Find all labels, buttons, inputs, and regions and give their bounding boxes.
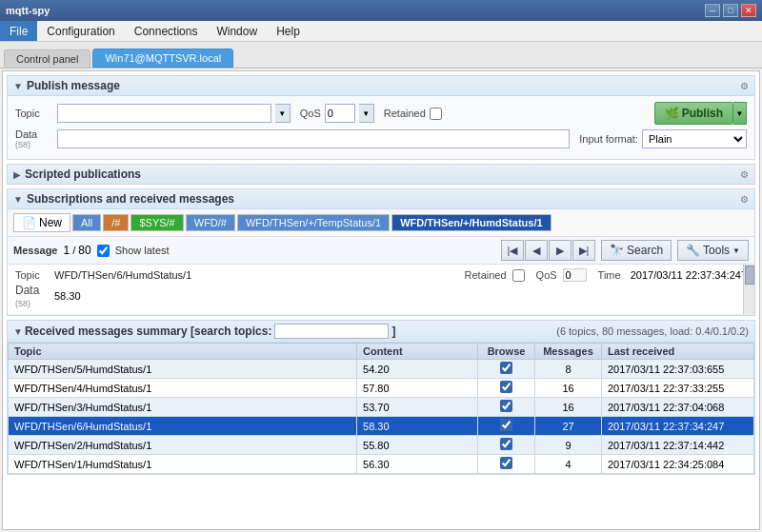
publish-section-header[interactable]: ▼ Publish message ⚙ bbox=[8, 76, 754, 96]
table-row[interactable]: WFD/THSen/6/HumdStatus/1 58.30 27 2017/0… bbox=[9, 417, 754, 436]
scrollbar-thumb[interactable] bbox=[745, 266, 754, 285]
browse-checkbox[interactable] bbox=[500, 438, 512, 450]
browse-checkbox[interactable] bbox=[500, 381, 512, 393]
publish-button[interactable]: 🌿 Publish bbox=[654, 102, 733, 125]
message-bar: Message 1 / 80 Show latest |◀ ◀ ▶ ▶| 🔭 S… bbox=[8, 237, 754, 265]
data-input[interactable] bbox=[57, 129, 570, 148]
table-row[interactable]: WFD/THSen/4/HumdStatus/1 57.80 16 2017/0… bbox=[9, 379, 754, 398]
table-row[interactable]: WFD/THSen/3/HumdStatus/1 53.70 16 2017/0… bbox=[9, 398, 754, 417]
menu-help[interactable]: Help bbox=[267, 23, 310, 40]
cell-browse[interactable] bbox=[478, 417, 535, 436]
summary-header[interactable]: ▼ Received messages summary [search topi… bbox=[8, 321, 754, 343]
cell-browse[interactable] bbox=[478, 455, 535, 474]
menu-connections[interactable]: Connections bbox=[125, 23, 208, 40]
detail-topic-label: Topic bbox=[15, 269, 49, 281]
cell-browse[interactable] bbox=[478, 398, 535, 417]
subs-settings-icon[interactable]: ⚙ bbox=[740, 194, 749, 205]
cell-topic: WFD/THSen/2/HumdStatus/1 bbox=[9, 436, 357, 455]
search-button[interactable]: 🔭 Search bbox=[601, 240, 672, 261]
cell-topic: WFD/THSen/3/HumdStatus/1 bbox=[9, 398, 357, 417]
detail-qos-label: QoS bbox=[536, 269, 557, 281]
browse-checkbox[interactable] bbox=[500, 457, 512, 469]
col-last-received: Last received bbox=[602, 344, 754, 360]
tab-hash[interactable]: /# bbox=[103, 214, 129, 231]
tab-wfd-humd[interactable]: WFD/THSen/+/HumdStatus/1 bbox=[391, 214, 551, 231]
browse-checkbox[interactable] bbox=[500, 419, 512, 431]
format-select-container: Plain bbox=[642, 129, 747, 148]
cell-browse[interactable] bbox=[478, 436, 535, 455]
summary-collapse-icon: ▼ bbox=[13, 326, 23, 337]
detail-qos-value[interactable] bbox=[563, 268, 587, 282]
nav-first-button[interactable]: |◀ bbox=[501, 240, 524, 261]
browse-checkbox[interactable] bbox=[500, 400, 512, 412]
cell-messages: 4 bbox=[535, 455, 602, 474]
qos-label: QoS bbox=[300, 108, 321, 119]
tab-all[interactable]: All bbox=[72, 214, 101, 231]
tabbar: Control panel Win71@MQTTSVR.local bbox=[0, 42, 762, 69]
window-controls: ─ □ ✕ bbox=[705, 4, 756, 17]
cell-content: 54.20 bbox=[357, 360, 478, 379]
subs-collapse-icon: ▼ bbox=[13, 194, 23, 205]
cell-content: 55.80 bbox=[357, 436, 478, 455]
detail-retained-checkbox[interactable] bbox=[512, 269, 525, 282]
minimize-button[interactable]: ─ bbox=[705, 4, 720, 17]
col-messages: Messages bbox=[535, 344, 602, 360]
topic-input[interactable] bbox=[57, 104, 271, 123]
scripted-section-header[interactable]: ▶ Scripted publications ⚙ bbox=[7, 164, 755, 185]
format-label: Input format: bbox=[579, 133, 638, 145]
retained-checkbox[interactable] bbox=[430, 108, 442, 120]
tools-icon: 🔧 bbox=[686, 244, 700, 257]
table-row[interactable]: WFD/THSen/2/HumdStatus/1 55.80 9 2017/03… bbox=[9, 436, 754, 455]
tab-connection[interactable]: Win71@MQTTSVR.local bbox=[92, 49, 233, 68]
topic-dropdown-button[interactable]: ▼ bbox=[275, 104, 291, 123]
menu-file[interactable]: File bbox=[0, 21, 37, 41]
close-button[interactable]: ✕ bbox=[741, 4, 756, 17]
tab-control-panel[interactable]: Control panel bbox=[4, 49, 90, 68]
menu-configuration[interactable]: Configuration bbox=[37, 23, 124, 40]
subs-section-title: Subscriptions and received messages bbox=[27, 192, 234, 206]
cell-messages: 16 bbox=[535, 379, 602, 398]
show-latest-label: Show latest bbox=[115, 245, 170, 256]
cell-browse[interactable] bbox=[478, 360, 535, 379]
publish-dropdown-button[interactable]: ▼ bbox=[733, 102, 747, 125]
cell-browse[interactable] bbox=[478, 379, 535, 398]
table-row[interactable]: WFD/THSen/5/HumdStatus/1 54.20 8 2017/03… bbox=[9, 360, 754, 379]
scripted-collapse-icon: ▶ bbox=[13, 169, 21, 180]
qos-dropdown-button[interactable]: ▼ bbox=[359, 104, 374, 123]
new-subscription-button[interactable]: 📄 New bbox=[13, 213, 70, 232]
tools-button[interactable]: 🔧 Tools ▼ bbox=[677, 240, 749, 261]
table-row[interactable]: WFD/THSen/1/HumdStatus/1 56.30 4 2017/03… bbox=[9, 455, 754, 474]
scripted-settings-icon[interactable]: ⚙ bbox=[740, 169, 749, 180]
summary-table: Topic Content Browse Messages Last recei… bbox=[8, 343, 754, 474]
cell-messages: 9 bbox=[535, 436, 602, 455]
subscriptions-header[interactable]: ▼ Subscriptions and received messages ⚙ bbox=[8, 189, 754, 209]
tab-wfd-hash[interactable]: WFD/# bbox=[186, 214, 235, 231]
qos-input[interactable] bbox=[325, 104, 355, 123]
maximize-button[interactable]: □ bbox=[723, 4, 738, 17]
detail-time-label: Time bbox=[598, 269, 621, 281]
binoculars-icon: 🔭 bbox=[610, 244, 624, 257]
detail-data-sublabel: (58) bbox=[15, 299, 30, 308]
tab-sys[interactable]: $SYS/# bbox=[130, 214, 183, 231]
message-scrollbar[interactable] bbox=[743, 265, 754, 314]
nav-next-button[interactable]: ▶ bbox=[549, 240, 572, 261]
menu-window[interactable]: Window bbox=[207, 23, 267, 40]
nav-prev-button[interactable]: ◀ bbox=[525, 240, 548, 261]
browse-checkbox[interactable] bbox=[500, 362, 512, 374]
format-select[interactable]: Plain bbox=[642, 129, 747, 148]
nav-last-button[interactable]: ▶| bbox=[572, 240, 595, 261]
show-latest-checkbox[interactable] bbox=[97, 245, 110, 257]
data-sublabel: (58) bbox=[15, 140, 53, 149]
detail-topic-value: WFD/THSen/6/HumdStatus/1 bbox=[54, 269, 459, 281]
publish-settings-icon[interactable]: ⚙ bbox=[740, 81, 749, 91]
cell-last-received: 2017/03/11 22:37:34:247 bbox=[602, 417, 754, 436]
detail-data-value: 58.30 bbox=[54, 290, 81, 302]
tab-wfd-temp[interactable]: WFD/THSen/+/TempStatus/1 bbox=[237, 214, 390, 231]
message-number: 1 / 80 bbox=[63, 244, 90, 257]
data-row: Data (58) Input format: Plain bbox=[15, 128, 747, 149]
search-topics-input[interactable] bbox=[274, 324, 389, 339]
subscriptions-section: ▼ Subscriptions and received messages ⚙ … bbox=[7, 188, 755, 316]
cell-topic: WFD/THSen/4/HumdStatus/1 bbox=[9, 379, 357, 398]
cell-messages: 16 bbox=[535, 398, 602, 417]
cell-last-received: 2017/03/11 22:37:33:255 bbox=[602, 379, 754, 398]
